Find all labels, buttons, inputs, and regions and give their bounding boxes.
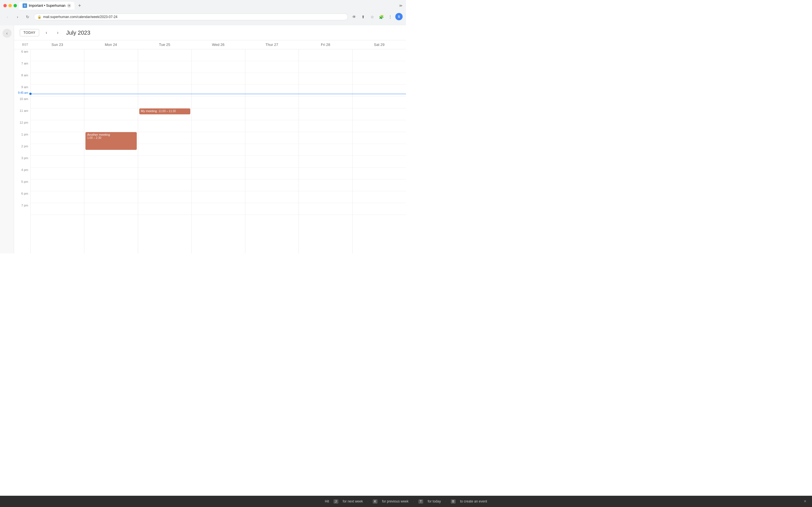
calendar-area: TODAY ‹ › July 2023 BST Sun 23 Mon 24 Tu… [14, 25, 406, 253]
prev-week-button[interactable]: ‹ [43, 29, 50, 37]
back-button[interactable]: ‹ [3, 29, 11, 38]
day-column-sun23[interactable] [31, 49, 84, 253]
hour-line [245, 108, 299, 120]
hour-line [353, 61, 406, 73]
next-week-button[interactable]: › [54, 29, 62, 37]
time-label-2pm: 2 pm [14, 144, 31, 156]
bookmark-icon[interactable]: ☆ [368, 13, 376, 21]
hour-line [245, 73, 299, 85]
hour-line [138, 120, 192, 132]
hour-line [84, 203, 138, 215]
time-label-11am: 11 am [14, 108, 31, 120]
minimize-window-button[interactable] [8, 4, 12, 7]
hour-line [31, 144, 84, 156]
hour-line [245, 85, 299, 97]
hour-line [245, 203, 299, 215]
hour-line [299, 191, 352, 203]
hour-line [299, 203, 352, 215]
browser-forward-button[interactable]: › [13, 13, 21, 21]
hour-line [299, 61, 352, 73]
day-column-mon24[interactable]: Another meeting1:00 – 2:30 [84, 49, 138, 253]
hour-line [31, 156, 84, 168]
hour-line [192, 168, 245, 179]
day-column-fri28[interactable] [299, 49, 352, 253]
hour-line [353, 156, 406, 168]
timezone-label: BST [14, 40, 31, 49]
hour-line [353, 73, 406, 85]
maximize-window-button[interactable] [13, 4, 17, 7]
time-label-5pm: 5 pm [14, 179, 31, 191]
day-header-sat29: Sat 29 [352, 40, 406, 49]
hour-line [31, 203, 84, 215]
eye-icon[interactable]: 👁 [350, 13, 358, 21]
calendar-header: TODAY ‹ › July 2023 [14, 25, 406, 40]
hour-line [299, 132, 352, 144]
day-headers-row: BST Sun 23 Mon 24 Tue 25 Wed 26 Thur 27 … [14, 40, 406, 49]
tab-close-button[interactable]: × [67, 4, 71, 8]
hour-line [84, 108, 138, 120]
day-header-sun23: Sun 23 [31, 40, 84, 49]
event-another-meeting[interactable]: Another meeting1:00 – 2:30 [86, 132, 137, 150]
hour-line [84, 85, 138, 97]
tab-more-button[interactable]: ≫ [399, 4, 403, 8]
hour-line [353, 108, 406, 120]
browser-toolbar: ‹ › ↻ 🔒 mail.superhuman.com/calendar/wee… [0, 11, 406, 22]
hour-line [138, 49, 192, 61]
close-window-button[interactable] [3, 4, 7, 7]
active-tab[interactable]: S Important • Superhuman × [19, 2, 74, 10]
hour-line [31, 61, 84, 73]
share-icon[interactable]: ⬆ [359, 13, 367, 21]
hour-line [31, 120, 84, 132]
hour-line [192, 203, 245, 215]
hour-line [353, 144, 406, 156]
hour-line [31, 132, 84, 144]
today-button[interactable]: TODAY [20, 29, 39, 36]
url-display: mail.superhuman.com/calendar/week/2023-0… [43, 15, 117, 19]
hour-line [299, 144, 352, 156]
hour-line [138, 61, 192, 73]
browser-back-button[interactable]: ‹ [3, 13, 11, 21]
address-bar[interactable]: 🔒 mail.superhuman.com/calendar/week/2023… [34, 13, 348, 20]
hour-line [138, 73, 192, 85]
hour-line [192, 156, 245, 168]
hour-line [299, 97, 352, 108]
browser-titlebar: S Important • Superhuman × + ≫ [0, 0, 406, 11]
time-label-3pm: 3 pm [14, 156, 31, 168]
user-avatar[interactable]: S [395, 13, 403, 20]
hour-line [245, 156, 299, 168]
hour-line [299, 156, 352, 168]
hour-line [84, 97, 138, 108]
hour-line [353, 97, 406, 108]
hour-line [245, 168, 299, 179]
hour-line [353, 132, 406, 144]
hour-line [245, 144, 299, 156]
hour-line [245, 120, 299, 132]
day-column-sat29[interactable] [352, 49, 406, 253]
hour-line [353, 120, 406, 132]
hour-line [353, 203, 406, 215]
browser-reload-button[interactable]: ↻ [24, 13, 32, 21]
event-my-meeting[interactable]: My meeting11:00 – 11:30 [139, 108, 190, 114]
browser-menu-icon[interactable]: ⋮ [386, 13, 394, 21]
hour-line [299, 179, 352, 191]
day-column-tue25[interactable]: My meeting11:00 – 11:30 [138, 49, 192, 253]
hour-line [138, 156, 192, 168]
hour-line [192, 108, 245, 120]
hour-line [245, 132, 299, 144]
day-header-mon24: Mon 24 [84, 40, 138, 49]
new-tab-button[interactable]: + [75, 2, 84, 10]
hour-line [84, 61, 138, 73]
grid-columns: Another meeting1:00 – 2:30 My meeting11:… [31, 49, 406, 253]
hour-line [84, 120, 138, 132]
hour-line [192, 97, 245, 108]
hour-line [84, 49, 138, 61]
day-column-wed26[interactable] [192, 49, 245, 253]
time-label-6am: 6 am [14, 49, 31, 61]
day-header-wed26: Wed 26 [192, 40, 245, 49]
extensions-icon[interactable]: 🧩 [377, 13, 385, 21]
hour-line [353, 191, 406, 203]
hour-line [192, 61, 245, 73]
hour-line [192, 49, 245, 61]
hour-line [192, 120, 245, 132]
day-column-thu27[interactable] [245, 49, 299, 253]
